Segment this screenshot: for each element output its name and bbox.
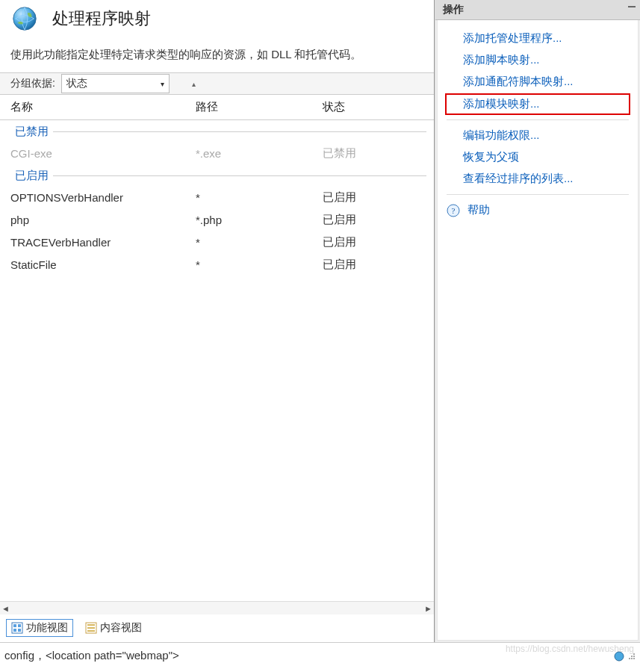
table-row[interactable]: TRACEVerbHandler*已启用 — [0, 231, 434, 253]
content-view-icon — [85, 622, 97, 634]
cell-name: TRACEVerbHandler — [0, 236, 196, 249]
sort-indicator-icon: ▴ — [171, 80, 434, 88]
action-add-wildcard-script-map[interactable]: 添加通配符脚本映射... — [438, 71, 638, 93]
status-text: config，<location path="webmap"> — [4, 649, 179, 663]
svg-point-18 — [633, 658, 635, 659]
help-icon: ? — [447, 204, 460, 217]
actions-header: 操作 — [435, 0, 640, 20]
tab-features-view[interactable]: 功能视图 — [6, 619, 73, 637]
cell-path: *.exe — [196, 147, 323, 160]
action-add-script-map[interactable]: 添加脚本映射... — [438, 49, 638, 71]
horizontal-scrollbar[interactable]: ◄ ► — [0, 601, 434, 615]
table-row[interactable]: StaticFile*已启用 — [0, 253, 434, 276]
svg-rect-3 — [18, 624, 21, 627]
svg-point-14 — [631, 656, 633, 657]
action-edit-feature-permissions[interactable]: 编辑功能权限... — [438, 125, 638, 146]
separator — [447, 194, 629, 195]
page-description: 使用此功能指定处理特定请求类型的响应的资源，如 DLL 和托管代码。 — [0, 34, 434, 72]
cell-state: 已启用 — [323, 190, 412, 205]
tab-content-view[interactable]: 内容视图 — [81, 619, 146, 637]
scroll-right-icon[interactable]: ► — [424, 604, 432, 613]
svg-rect-5 — [18, 629, 21, 632]
handler-list[interactable]: 已禁用CGI-exe*.exe已禁用已启用OPTIONSVerbHandler*… — [0, 120, 434, 601]
group-line — [53, 131, 426, 132]
svg-rect-7 — [87, 624, 95, 626]
col-header-state[interactable]: 状态 — [323, 100, 412, 114]
table-row[interactable]: php*.php已启用 — [0, 208, 434, 231]
action-view-ordered-list[interactable]: 查看经过排序的列表... — [438, 168, 638, 190]
tab-content-label: 内容视图 — [100, 621, 142, 635]
group-by-bar: 分组依据: 状态 ▾ ▴ — [0, 72, 434, 95]
svg-point-15 — [633, 656, 635, 657]
table-row[interactable]: CGI-exe*.exe已禁用 — [0, 142, 434, 164]
features-view-icon — [11, 622, 23, 634]
svg-point-0 — [13, 7, 36, 30]
col-header-path[interactable]: 路径 — [196, 100, 323, 114]
chevron-down-icon: ▾ — [161, 80, 164, 88]
separator — [447, 119, 629, 120]
cell-state: 已启用 — [323, 213, 412, 227]
cell-state: 已启用 — [323, 258, 412, 272]
cell-name: StaticFile — [0, 258, 196, 271]
cell-path: *.php — [196, 214, 323, 226]
main-panel: 处理程序映射 使用此功能指定处理特定请求类型的响应的资源，如 DLL 和托管代码… — [0, 0, 435, 642]
cell-name: OPTIONSVerbHandler — [0, 191, 196, 204]
cell-path: * — [196, 191, 323, 204]
action-revert-to-parent[interactable]: 恢复为父项 — [438, 146, 638, 168]
group-header[interactable]: 已启用 — [0, 164, 434, 186]
cell-state: 已启用 — [323, 235, 412, 249]
group-line — [53, 175, 426, 176]
svg-text:?: ? — [452, 206, 456, 215]
column-headers: 名称 路径 状态 — [0, 95, 434, 120]
svg-rect-2 — [13, 624, 16, 627]
watermark: https://blog.csdn.net/hewusheng — [506, 644, 634, 654]
group-by-label: 分组依据: — [0, 77, 61, 90]
group-by-select[interactable]: 状态 ▾ — [61, 74, 170, 93]
scroll-left-icon[interactable]: ◄ — [1, 604, 10, 613]
cell-name: php — [0, 214, 196, 226]
svg-rect-8 — [87, 627, 95, 629]
actions-panel: 操作 添加托管处理程序... 添加脚本映射... 添加通配符脚本映射... 添加… — [435, 0, 640, 642]
group-by-value: 状态 — [66, 77, 87, 90]
col-header-name[interactable]: 名称 — [0, 100, 196, 114]
help-label: 帮助 — [467, 203, 490, 217]
group-label: 已启用 — [15, 169, 49, 183]
view-tabs: 功能视图 内容视图 — [0, 615, 434, 642]
svg-point-16 — [629, 658, 630, 659]
cell-state: 已禁用 — [323, 146, 412, 161]
group-header[interactable]: 已禁用 — [0, 120, 434, 142]
svg-point-17 — [631, 658, 633, 659]
action-add-module-mapping[interactable]: 添加模块映射... — [445, 93, 630, 115]
handler-mappings-icon — [10, 4, 39, 33]
cell-path: * — [196, 236, 323, 249]
action-add-managed-handler[interactable]: 添加托管处理程序... — [438, 28, 638, 49]
svg-rect-4 — [13, 629, 16, 632]
group-label: 已禁用 — [15, 125, 49, 139]
tab-features-label: 功能视图 — [26, 621, 68, 635]
svg-rect-9 — [87, 630, 95, 632]
cell-name: CGI-exe — [0, 147, 196, 160]
page-title: 处理程序映射 — [52, 7, 151, 30]
action-help[interactable]: ? 帮助 — [438, 199, 638, 221]
table-row[interactable]: OPTIONSVerbHandler*已启用 — [0, 186, 434, 208]
cell-path: * — [196, 258, 323, 271]
